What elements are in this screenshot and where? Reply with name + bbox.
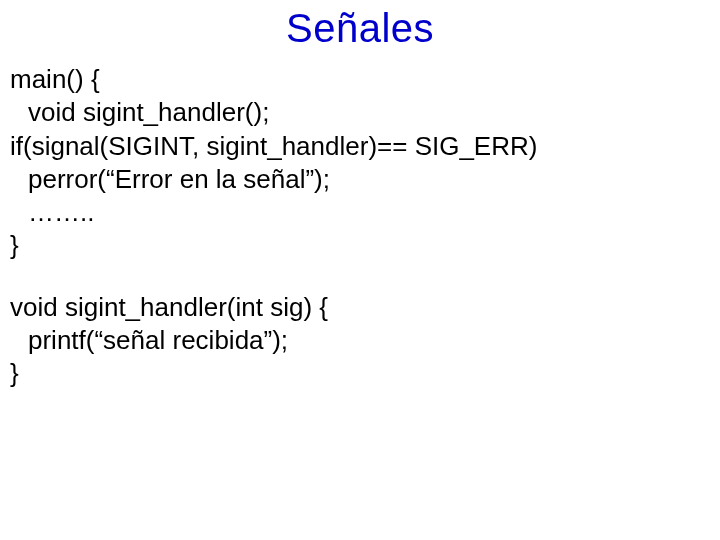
- code-line: void sigint_handler(int sig) {: [10, 291, 710, 324]
- code-line: printf(“señal recibida”);: [10, 324, 710, 357]
- code-line: if(signal(SIGINT, sigint_handler)== SIG_…: [10, 130, 710, 163]
- slide: Señales main() { void sigint_handler(); …: [0, 0, 720, 540]
- code-line: perror(“Error en la señal”);: [10, 163, 710, 196]
- code-block: main() { void sigint_handler(); if(signa…: [0, 51, 720, 390]
- code-line: void sigint_handler();: [10, 96, 710, 129]
- code-line: ……..: [10, 196, 710, 229]
- code-line: main() {: [10, 63, 710, 96]
- code-line: }: [10, 357, 710, 390]
- code-line: }: [10, 229, 710, 262]
- slide-title: Señales: [0, 0, 720, 51]
